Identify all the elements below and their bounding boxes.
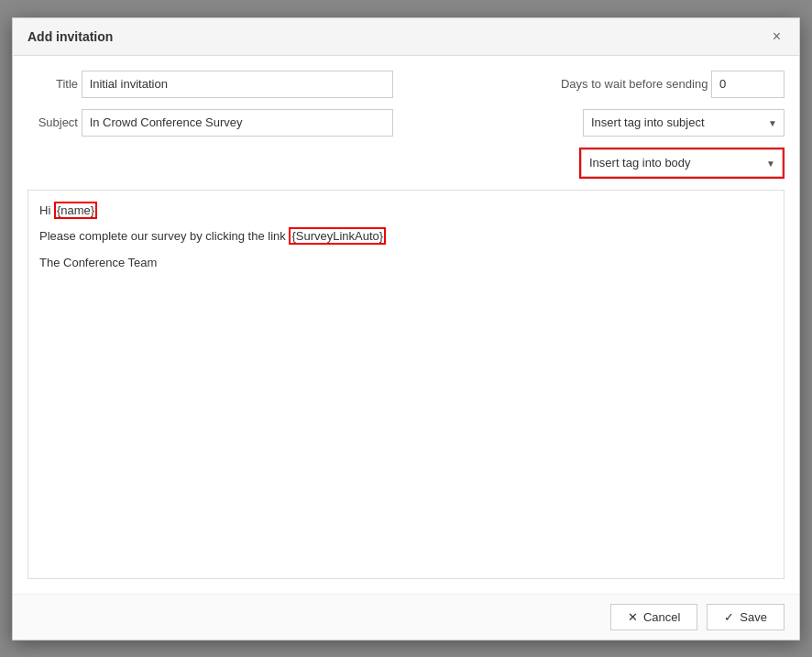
body-survey-prefix: Please complete our survey by clicking t… xyxy=(39,229,286,243)
subject-row: Subject Insert tag into subject xyxy=(27,109,785,137)
title-label: Title xyxy=(27,77,78,91)
days-input[interactable] xyxy=(711,71,785,98)
dialog-footer: ✕ Cancel ✓ Save xyxy=(13,594,799,640)
subject-input[interactable] xyxy=(82,109,393,137)
title-row: Title Days to wait before sending xyxy=(27,71,785,98)
dialog-header: Add invitation × xyxy=(13,18,799,56)
cancel-button[interactable]: ✕ Cancel xyxy=(610,604,697,630)
insert-tag-body-row: Insert tag into body xyxy=(27,148,785,179)
insert-tag-body-wrapper: Insert tag into body xyxy=(579,148,785,179)
save-label: Save xyxy=(740,610,767,624)
save-icon: ✓ xyxy=(724,610,734,624)
body-hi-prefix: Hi xyxy=(39,203,54,217)
body-line-3: The Conference Team xyxy=(39,254,773,273)
title-input[interactable] xyxy=(82,71,393,98)
body-line-1: Hi {name} xyxy=(39,202,773,221)
days-label: Days to wait before sending xyxy=(561,77,708,91)
dialog-title: Add invitation xyxy=(27,29,113,44)
name-tag: {name} xyxy=(54,202,97,219)
close-button[interactable]: × xyxy=(769,27,785,46)
body-line-2: Please complete our survey by clicking t… xyxy=(39,227,773,246)
insert-tag-subject-wrapper: Insert tag into subject xyxy=(583,109,785,137)
add-invitation-dialog: Add invitation × Title Days to wait befo… xyxy=(12,17,800,641)
dialog-body: Title Days to wait before sending Subjec… xyxy=(13,56,799,594)
survey-link-tag: {SurveyLinkAuto} xyxy=(289,227,386,245)
body-signature: The Conference Team xyxy=(39,256,157,269)
insert-tag-body-select[interactable]: Insert tag into body xyxy=(581,149,783,177)
cancel-icon: ✕ xyxy=(628,610,638,624)
save-button[interactable]: ✓ Save xyxy=(707,604,785,630)
insert-tag-subject-select[interactable]: Insert tag into subject xyxy=(583,109,785,137)
cancel-label: Cancel xyxy=(643,610,680,624)
email-body-area[interactable]: Hi {name} Please complete our survey by … xyxy=(27,190,785,579)
subject-label: Subject xyxy=(27,115,78,129)
